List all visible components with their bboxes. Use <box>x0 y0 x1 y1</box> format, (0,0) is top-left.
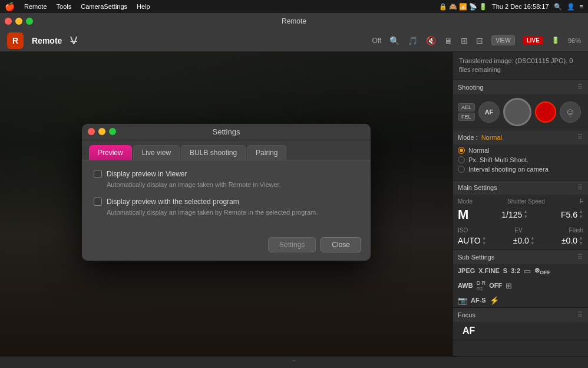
audio-icon2[interactable]: 🔇 <box>426 36 436 45</box>
checkbox-preview-program[interactable] <box>94 198 102 206</box>
control-center-icon[interactable]: 👤 <box>567 3 575 11</box>
option-preview-program: Display preview with the selected progra… <box>94 198 359 217</box>
checkbox-preview-viewer[interactable] <box>94 170 102 178</box>
shooting-buttons: AEL FEL AF ☺ <box>453 94 588 130</box>
f-stepper[interactable]: ▲ ▼ <box>579 209 583 219</box>
tab-pairing[interactable]: Pairing <box>247 145 286 160</box>
view-button[interactable]: VIEW <box>491 35 515 45</box>
shutter-up-arrow: ▲ <box>523 209 528 214</box>
menu-tools[interactable]: Tools <box>57 3 72 10</box>
main-settings-header[interactable]: Main Settings ⠿ <box>453 180 588 195</box>
af-button[interactable]: AF <box>478 101 500 123</box>
main-settings-dots: ⠿ <box>577 183 583 192</box>
dialog-overlay: Settings Preview Live view BULB shooting… <box>0 52 452 356</box>
settings-button[interactable]: Settings <box>268 237 316 252</box>
dialog-close-button[interactable] <box>88 128 95 135</box>
menu-help[interactable]: Help <box>137 3 150 10</box>
main-settings-title: Main Settings <box>458 184 497 191</box>
dr-badge[interactable]: D·R <box>477 280 486 286</box>
main-settings-section: Main Settings ⠿ Mode Shutter Speed F M 1… <box>453 180 588 250</box>
close-button[interactable] <box>5 18 12 25</box>
minimize-button[interactable] <box>15 18 22 25</box>
shutter-down-arrow: ▼ <box>523 215 528 219</box>
mode-section-header[interactable]: Mode : Normal ⠿ <box>453 130 588 144</box>
main-settings-body: Mode Shutter Speed F M 1/125 ▲ ▼ <box>453 195 588 249</box>
ev-stepper[interactable]: ▲ ▼ <box>530 236 535 246</box>
shooting-title: Shooting <box>458 84 483 91</box>
close-dialog-button[interactable]: Close <box>321 237 361 252</box>
dialog-minimize-button[interactable] <box>98 128 105 135</box>
shutter-button[interactable] <box>503 98 531 126</box>
grid-icon[interactable]: ⊞ <box>461 36 468 45</box>
sub-settings-header[interactable]: Sub Settings ⠿ <box>453 250 588 264</box>
mode-options: Normal Px. Shift Multi Shoot. Interval s… <box>453 144 588 180</box>
mode-option-normal[interactable]: Normal <box>458 147 583 154</box>
mode-title: Mode : <box>458 134 478 141</box>
ev-value: ±0.0 <box>513 236 529 245</box>
awb-badge[interactable]: AWB <box>458 282 473 289</box>
shutter-stepper[interactable]: ▲ ▼ <box>523 209 528 219</box>
grid2-icon[interactable]: ⊞ <box>506 281 512 290</box>
f-down-arrow: ▼ <box>579 215 583 219</box>
face-button[interactable]: ☺ <box>560 101 581 123</box>
mode-value-m: M <box>458 207 468 222</box>
focus-value: AF <box>458 323 480 338</box>
flash-stepper[interactable]: ▲ ▼ <box>579 236 583 246</box>
app-brand: Remote <box>32 36 62 45</box>
dr-off-badge[interactable]: OFF <box>489 282 502 289</box>
record-button[interactable] <box>535 101 556 123</box>
tab-preview[interactable]: Preview <box>89 145 132 160</box>
shooting-dots: ⠿ <box>577 83 583 91</box>
v-logo: V̶ <box>70 34 77 47</box>
search-icon[interactable]: 🔍 <box>389 36 399 45</box>
f-value: F5.6 <box>561 210 577 219</box>
mode-px-shift-label: Px. Shift Multi Shoot. <box>468 156 528 163</box>
window-controls <box>5 18 33 25</box>
menu-extra-icon[interactable]: ≡ <box>580 3 583 10</box>
g2-badge[interactable]: G2 <box>477 286 486 291</box>
size-badge[interactable]: S <box>503 267 507 274</box>
datetime: Thu 2 Dec 16:58:17 <box>492 3 549 10</box>
dialog-maximize-button[interactable] <box>109 128 116 135</box>
mode-dots: ⠿ <box>577 133 583 142</box>
ael-fel-buttons: AEL FEL <box>458 103 475 121</box>
audio-icon1[interactable]: 🎵 <box>408 36 418 45</box>
sub-settings-row2: AWB D·R G2 OFF ⊞ <box>453 278 588 294</box>
bottom-handle: ⌃ <box>291 359 297 367</box>
col-flash-label: Flash <box>569 227 583 235</box>
app-window: Remote R Remote V̶ Off 🔍 🎵 🔇 🖥 ⊞ ⊟ VIEW … <box>0 13 588 368</box>
ratio-badge[interactable]: 3:2 <box>511 267 520 274</box>
mode-option-px-shift[interactable]: Px. Shift Multi Shoot. <box>458 156 583 163</box>
apple-menu[interactable]: 🍎 <box>5 2 15 11</box>
focus-section-header[interactable]: Focus ⠿ <box>453 308 588 322</box>
tab-liveview[interactable]: Live view <box>133 145 180 160</box>
iso-stepper[interactable]: ▲ ▼ <box>482 236 487 246</box>
flash2-icon[interactable]: ⚡ <box>490 296 499 305</box>
main-content: Settings Preview Live view BULB shooting… <box>0 52 588 356</box>
option-preview-viewer: Display preview in Viewer Automatically … <box>94 170 359 189</box>
xfine-badge[interactable]: X.FINE <box>478 267 499 274</box>
menu-bar: 🍎 Remote Tools CameraSettings Help 🔒 🙈 📶… <box>0 0 588 13</box>
mode-normal-label: Normal <box>468 147 489 154</box>
ael-button[interactable]: AEL <box>458 103 475 111</box>
shooting-section-header[interactable]: Shooting ⠿ <box>453 80 588 94</box>
jpeg-badge[interactable]: JPEG <box>458 267 475 274</box>
camera2-icon[interactable]: 📷 <box>458 296 467 305</box>
dialog-body: Display preview in Viewer Automatically … <box>82 160 371 233</box>
spotlight-icon[interactable]: 🔍 <box>554 3 562 11</box>
settings-dialog: Settings Preview Live view BULB shooting… <box>82 124 371 261</box>
menu-remote[interactable]: Remote <box>24 3 47 10</box>
focus-section: Focus ⠿ AF <box>453 308 588 340</box>
menu-camerasettings[interactable]: CameraSettings <box>81 3 127 10</box>
fel-button[interactable]: FEL <box>458 113 475 121</box>
tab-bulb-shooting[interactable]: BULB shooting <box>181 145 246 160</box>
dro-off-badge[interactable]: ⊗OFF <box>534 267 550 275</box>
live-button[interactable]: LIVE <box>523 36 543 45</box>
format-icon[interactable]: ▭ <box>524 267 531 275</box>
crop-icon[interactable]: ⊟ <box>476 36 483 45</box>
af-s-badge[interactable]: AF-S <box>471 297 486 304</box>
camera-view: Settings Preview Live view BULB shooting… <box>0 52 452 356</box>
maximize-button[interactable] <box>26 18 33 25</box>
mode-option-interval[interactable]: Interval shooting on camera <box>458 166 583 173</box>
screen-icon[interactable]: 🖥 <box>444 36 452 45</box>
